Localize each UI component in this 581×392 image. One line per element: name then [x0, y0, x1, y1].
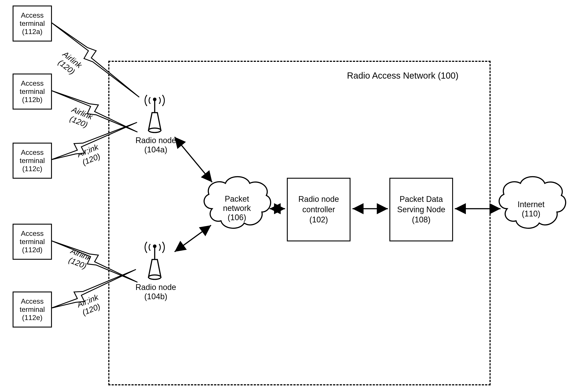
- terminal-name: Access terminal: [14, 229, 51, 246]
- terminal-name: Access terminal: [14, 11, 51, 27]
- airlink-label-a: Airlink (120): [55, 49, 84, 77]
- terminal-id: (112d): [22, 246, 43, 254]
- rnc-box: Radio node controller (102): [287, 178, 350, 241]
- radio-node-label-a: Radio node (104a): [130, 136, 181, 154]
- access-terminal-a: Access terminal (112a): [12, 5, 52, 41]
- access-terminal-c: Access terminal (112c): [12, 143, 52, 179]
- terminal-name: Access terminal: [14, 148, 51, 165]
- radio-node-label-b: Radio node (104b): [130, 283, 181, 301]
- terminal-name: Access terminal: [14, 79, 51, 96]
- airlink-label-b: Airlink (120): [67, 105, 94, 130]
- terminal-id: (112c): [22, 165, 42, 173]
- ran-title: Radio Access Network (100): [347, 71, 458, 81]
- pdsn-box: Packet Data Serving Node (108): [390, 178, 453, 241]
- terminal-name: Access terminal: [14, 297, 51, 314]
- internet-label: Internet (110): [512, 200, 550, 218]
- access-terminal-e: Access terminal (112e): [12, 292, 52, 328]
- airlink-label-c: Air;ink (120): [76, 142, 103, 168]
- airlink-label-d: Airlink (120): [66, 246, 93, 272]
- terminal-id: (112b): [22, 96, 43, 104]
- terminal-id: (112e): [22, 314, 43, 322]
- airlink-label-e: Air;ink (120): [76, 292, 103, 318]
- packet-network-label: Packet network (106): [217, 194, 257, 222]
- access-terminal-b: Access terminal (112b): [12, 73, 52, 109]
- terminal-id: (112a): [22, 27, 43, 36]
- access-terminal-d: Access terminal (112d): [12, 224, 52, 260]
